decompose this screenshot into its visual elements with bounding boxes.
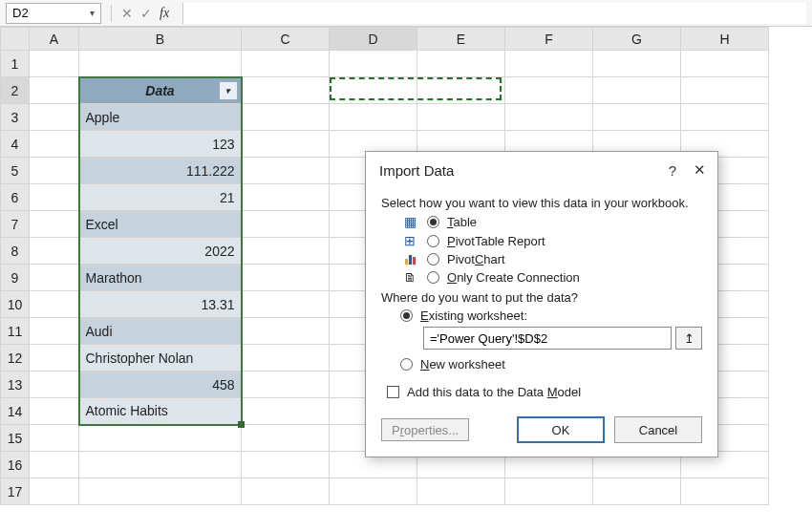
properties-button[interactable]: Properties...	[381, 418, 469, 441]
data-table-header[interactable]: Data ▾	[79, 77, 242, 104]
cell-value: 2022	[204, 244, 234, 259]
location-input-row: ↥	[423, 327, 702, 350]
table-row[interactable]: 2022	[79, 238, 242, 265]
col-header-F[interactable]: F	[505, 28, 593, 51]
cell[interactable]	[505, 51, 593, 77]
table-row[interactable]: Atomic Habits	[79, 398, 242, 425]
dialog-titlebar[interactable]: Import Data ? ✕	[366, 152, 717, 184]
row-header-16[interactable]: 16	[1, 452, 30, 478]
cell[interactable]	[330, 51, 417, 77]
name-box[interactable]: D2 ▾	[6, 3, 101, 24]
row-header-15[interactable]: 15	[1, 425, 30, 452]
cell-value: Marathon	[86, 270, 142, 286]
table-row[interactable]: Marathon	[79, 265, 242, 291]
col-header-B[interactable]: B	[79, 28, 242, 51]
cell[interactable]	[30, 51, 79, 77]
radio-connection[interactable]	[427, 271, 439, 284]
cell-value: 111.222	[186, 163, 235, 179]
add-to-model-label: Add this data to the Data Model	[407, 385, 581, 399]
cell[interactable]	[417, 51, 505, 77]
radio-existing[interactable]	[400, 309, 413, 322]
table-row[interactable]: Audi	[79, 318, 242, 345]
option-table[interactable]: Table	[400, 214, 702, 229]
cell[interactable]	[505, 77, 593, 104]
cell-value: 458	[212, 377, 234, 393]
column-header-row: A B C D E F G H	[1, 28, 769, 51]
col-header-D[interactable]: D	[330, 28, 417, 51]
option-connection[interactable]: Only Create Connection	[400, 270, 702, 285]
cell[interactable]	[593, 77, 681, 104]
cell[interactable]	[593, 51, 681, 77]
cell[interactable]	[417, 77, 505, 104]
formula-bar-input[interactable]	[182, 3, 806, 24]
cancel-formula-icon[interactable]: ✕	[121, 6, 133, 21]
row-header-10[interactable]: 10	[1, 291, 30, 318]
row-header-17[interactable]: 17	[1, 478, 30, 505]
option-new-label: New worksheet	[420, 357, 505, 372]
select-all-corner[interactable]	[1, 28, 30, 51]
col-header-G[interactable]: G	[593, 28, 681, 51]
radio-table[interactable]	[427, 216, 439, 228]
radio-pivotchart[interactable]	[427, 253, 439, 266]
cell[interactable]	[30, 77, 79, 104]
col-header-E[interactable]: E	[417, 28, 505, 51]
close-icon[interactable]: ✕	[694, 161, 706, 179]
range-picker-icon[interactable]: ↥	[675, 327, 702, 350]
dialog-title: Import Data	[379, 162, 454, 179]
location-input[interactable]	[423, 327, 672, 350]
table-row[interactable]: 21	[79, 184, 242, 211]
table-row[interactable]: Apple	[79, 104, 242, 131]
fill-handle[interactable]	[238, 421, 245, 428]
row-header-3[interactable]: 3	[1, 104, 30, 131]
row-header-4[interactable]: 4	[1, 131, 30, 158]
radio-pivottable[interactable]	[427, 235, 439, 247]
option-pivotchart[interactable]: PivotChart	[400, 252, 702, 266]
row-header-2[interactable]: 2	[1, 77, 30, 104]
table-row[interactable]: 111.222	[79, 158, 242, 184]
row-header-11[interactable]: 11	[1, 318, 30, 345]
cell[interactable]	[681, 77, 769, 104]
row-header-14[interactable]: 14	[1, 398, 30, 425]
cell-value: 123	[212, 137, 234, 152]
col-header-A[interactable]: A	[30, 28, 79, 51]
radio-new[interactable]	[400, 358, 413, 371]
table-row[interactable]: 13.31	[79, 291, 242, 318]
add-to-model-checkbox[interactable]	[387, 386, 399, 398]
name-box-dropdown-icon[interactable]: ▾	[90, 8, 95, 18]
row-header-8[interactable]: 8	[1, 238, 30, 265]
table-row[interactable]: 458	[79, 372, 242, 398]
row-header-12[interactable]: 12	[1, 345, 30, 372]
option-pivotchart-label: PivotChart	[447, 252, 505, 266]
ok-button[interactable]: OK	[517, 416, 605, 443]
table-row[interactable]: 123	[79, 131, 242, 158]
row-header-9[interactable]: 9	[1, 265, 30, 291]
col-header-H[interactable]: H	[681, 28, 769, 51]
add-to-model-checkbox-row[interactable]: Add this data to the Data Model	[387, 385, 702, 399]
help-icon[interactable]: ?	[669, 162, 676, 179]
cell-value: Christopher Nolan	[86, 350, 194, 366]
filter-dropdown-icon[interactable]: ▾	[219, 81, 238, 100]
col-header-C[interactable]: C	[242, 28, 330, 51]
cell[interactable]	[242, 77, 330, 104]
option-pivottable-label: PivotTable Report	[447, 234, 545, 248]
option-existing-label: Existing worksheet:	[420, 308, 527, 323]
connection-icon	[400, 270, 419, 285]
option-existing-worksheet[interactable]: Existing worksheet:	[400, 308, 702, 323]
row-header-7[interactable]: 7	[1, 211, 30, 238]
row-header-6[interactable]: 6	[1, 184, 30, 211]
row-header-5[interactable]: 5	[1, 158, 30, 184]
option-new-worksheet[interactable]: New worksheet	[400, 357, 702, 372]
table-row[interactable]: Excel	[79, 211, 242, 238]
row-header-13[interactable]: 13	[1, 372, 30, 398]
table-row[interactable]: Christopher Nolan	[79, 345, 242, 372]
cell-D2-active[interactable]	[330, 77, 417, 104]
fx-icon[interactable]: fx	[160, 6, 169, 21]
cell[interactable]	[79, 51, 242, 77]
option-pivottable[interactable]: PivotTable Report	[400, 233, 702, 248]
data-table-header-label: Data	[145, 83, 174, 98]
cell[interactable]	[242, 51, 330, 77]
row-header-1[interactable]: 1	[1, 51, 30, 77]
cell[interactable]	[681, 51, 769, 77]
accept-formula-icon[interactable]: ✓	[140, 6, 152, 21]
cancel-button[interactable]: Cancel	[614, 416, 702, 443]
